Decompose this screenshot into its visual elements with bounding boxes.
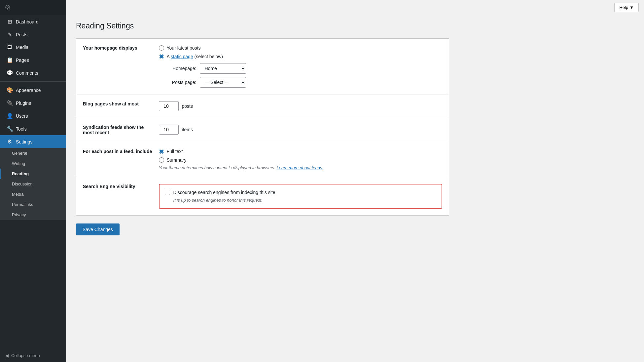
sidebar-item-label: Plugins: [16, 101, 31, 106]
sidebar-item-label: Pages: [16, 58, 29, 63]
help-chevron-icon: ▼: [629, 5, 634, 10]
syndication-suffix: items: [182, 127, 193, 132]
blog-pages-cell: posts: [156, 95, 449, 118]
static-page-option: A static page (select below): [159, 54, 443, 59]
sidebar: ⓪ ⊞ Dashboard ✎ Posts 🖼 Media 📋 Pages 💬 …: [0, 0, 66, 362]
search-engine-row: Search Engine Visibility Discourage sear…: [76, 177, 449, 216]
comments-icon: 💬: [7, 70, 13, 76]
help-button[interactable]: Help ▼: [614, 3, 639, 12]
collapse-icon: ◀: [5, 353, 9, 358]
submenu-item-permalinks[interactable]: Permalinks: [0, 199, 66, 210]
submenu-item-discussion[interactable]: Discussion: [0, 179, 66, 189]
blog-pages-input-row: posts: [159, 101, 443, 111]
feed-content-label: For each post in a feed, include: [76, 142, 156, 177]
collapse-label: Collapse menu: [11, 353, 40, 358]
syndication-label: Syndication feeds show the most recent: [76, 118, 156, 142]
static-page-label: A static page (select below): [167, 54, 223, 59]
static-page-radio[interactable]: [159, 54, 164, 59]
blog-pages-suffix: posts: [182, 103, 193, 109]
summary-option: Summary: [159, 157, 443, 163]
syndication-input-row: items: [159, 125, 443, 135]
submenu-item-media[interactable]: Media: [0, 189, 66, 199]
posts-page-select-row: Posts page: — Select — Home Blog News: [167, 77, 443, 88]
submenu-item-writing[interactable]: Writing: [0, 158, 66, 169]
sidebar-item-posts[interactable]: ✎ Posts: [0, 28, 66, 41]
content-area: Reading Settings Your homepage displays …: [66, 15, 462, 249]
dashboard-icon: ⊞: [7, 19, 13, 25]
appearance-icon: 🎨: [7, 87, 13, 93]
users-icon: 👤: [7, 113, 13, 119]
latest-posts-radio[interactable]: [159, 45, 164, 51]
static-page-controls: Homepage: Home About Contact Blog Posts …: [167, 63, 443, 88]
sidebar-item-dashboard[interactable]: ⊞ Dashboard: [0, 15, 66, 28]
sidebar-item-appearance[interactable]: 🎨 Appearance: [0, 84, 66, 97]
sidebar-item-pages[interactable]: 📋 Pages: [0, 54, 66, 66]
sidebar-item-users[interactable]: 👤 Users: [0, 109, 66, 122]
sidebar-item-label: Media: [16, 45, 28, 50]
sidebar-item-label: Comments: [16, 70, 38, 76]
sidebar-item-label: Settings: [16, 139, 33, 144]
summary-label: Summary: [167, 157, 187, 163]
feed-content-row: For each post in a feed, include Full te…: [76, 142, 449, 177]
tools-icon: 🔧: [7, 126, 13, 132]
blog-pages-number-input[interactable]: [159, 101, 179, 111]
discourage-search-label: Discourage search engines from indexing …: [173, 190, 275, 195]
topbar: Help ▼: [66, 0, 644, 15]
submenu-item-general[interactable]: General: [0, 148, 66, 158]
learn-more-link[interactable]: Learn more about feeds.: [276, 165, 323, 170]
sidebar-item-media[interactable]: 🖼 Media: [0, 41, 66, 54]
pages-icon: 📋: [7, 57, 13, 63]
submenu-item-privacy[interactable]: Privacy: [0, 210, 66, 220]
homepage-select-label: Homepage:: [167, 66, 197, 71]
feed-radio-group: Full text Summary: [159, 149, 443, 163]
sidebar-divider: [0, 81, 66, 82]
sidebar-item-plugins[interactable]: 🔌 Plugins: [0, 97, 66, 109]
homepage-displays-row: Your homepage displays Your latest posts…: [76, 39, 449, 95]
blog-pages-label: Blog pages show at most: [76, 95, 156, 118]
homepage-displays-cell: Your latest posts A static page (select …: [156, 39, 449, 95]
sidebar-item-label: Tools: [16, 126, 27, 132]
sidebar-item-comments[interactable]: 💬 Comments: [0, 66, 66, 79]
summary-radio[interactable]: [159, 157, 164, 163]
page-title: Reading Settings: [76, 21, 449, 30]
sidebar-item-label: Appearance: [16, 88, 41, 93]
search-engine-label: Search Engine Visibility: [76, 177, 156, 216]
search-engine-visibility-box: Discourage search engines from indexing …: [159, 184, 443, 209]
posts-page-select[interactable]: — Select — Home Blog News: [200, 77, 246, 88]
latest-posts-option: Your latest posts: [159, 45, 443, 51]
blog-pages-row: Blog pages show at most posts: [76, 95, 449, 118]
posts-page-select-label: Posts page:: [167, 80, 197, 85]
homepage-radio-group: Your latest posts A static page (select …: [159, 45, 443, 59]
visibility-note: It is up to search engines to honor this…: [173, 198, 437, 203]
media-icon: 🖼: [7, 44, 13, 50]
save-changes-button[interactable]: Save Changes: [76, 223, 120, 235]
sidebar-item-settings[interactable]: ⚙ Settings: [0, 135, 66, 148]
static-page-link[interactable]: static page: [171, 54, 193, 59]
settings-submenu: General Writing Reading Discussion Media…: [0, 148, 66, 220]
settings-form-table: Your homepage displays Your latest posts…: [76, 38, 449, 216]
submenu-item-reading[interactable]: Reading: [0, 169, 66, 179]
plugins-icon: 🔌: [7, 100, 13, 106]
homepage-select-row: Homepage: Home About Contact Blog: [167, 63, 443, 74]
visibility-checkbox-row: Discourage search engines from indexing …: [165, 190, 437, 195]
homepage-select[interactable]: Home About Contact Blog: [200, 63, 246, 74]
main-content: Help ▼ Reading Settings Your homepage di…: [66, 0, 644, 362]
feed-content-cell: Full text Summary Your theme determines …: [156, 142, 449, 177]
feed-note: Your theme determines how content is dis…: [159, 165, 443, 170]
sidebar-item-label: Posts: [16, 32, 27, 37]
full-text-label: Full text: [167, 149, 183, 154]
full-text-radio[interactable]: [159, 149, 164, 154]
posts-icon: ✎: [7, 31, 13, 38]
collapse-menu-button[interactable]: ◀ Collapse menu: [0, 349, 66, 362]
homepage-displays-label: Your homepage displays: [76, 39, 156, 95]
sidebar-item-tools[interactable]: 🔧 Tools: [0, 122, 66, 135]
wp-logo-icon: ⓪: [5, 5, 10, 11]
syndication-number-input[interactable]: [159, 125, 179, 135]
discourage-search-checkbox[interactable]: [165, 190, 170, 195]
full-text-option: Full text: [159, 149, 443, 154]
sidebar-item-label: Dashboard: [16, 19, 39, 24]
sidebar-logo: ⓪: [0, 0, 66, 15]
syndication-cell: items: [156, 118, 449, 142]
help-label: Help: [619, 5, 628, 10]
settings-icon: ⚙: [7, 139, 13, 145]
